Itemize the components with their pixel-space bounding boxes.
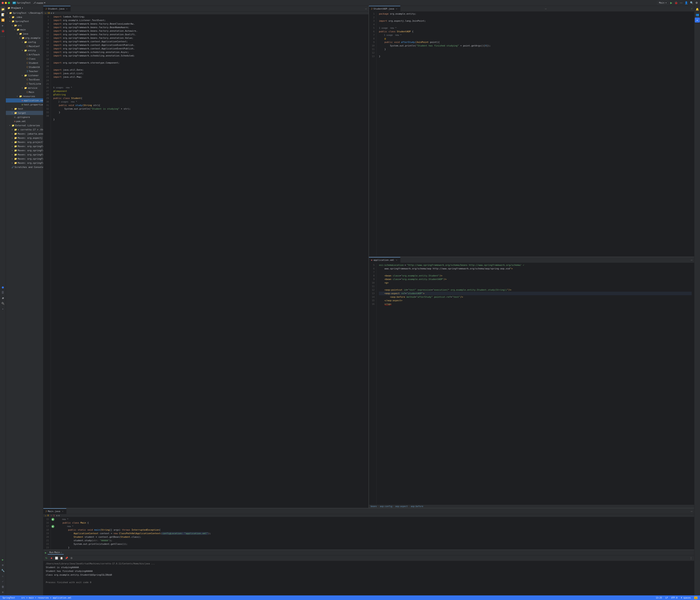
sidebar-terminal-icon[interactable]: ⊞ — [0, 562, 5, 568]
tree-item-target[interactable]: ▸📁target — [6, 111, 43, 115]
tree-item-listener[interactable]: ▾📁listener — [6, 73, 43, 77]
status-project[interactable]: SpringTest — [2, 595, 16, 600]
tree-item-springtest-module[interactable]: ▾📁SpringTest — [6, 19, 43, 23]
profile-button[interactable]: 👤 — [684, 1, 688, 5]
sidebar-todo-icon[interactable]: ✓ — [0, 579, 5, 584]
sidebar-services-icon[interactable]: 🔧 — [0, 568, 5, 573]
xml-tab-more[interactable]: ⋯ — [689, 258, 694, 262]
tree-item-springframework5[interactable]: ▸📁Maven: org.springframework. — [6, 161, 43, 165]
status-breadcrumb[interactable]: src > main > resources > application.xml — [20, 595, 72, 600]
tree-item-springtest-root[interactable]: ▾📁SpringTest ~/Desktop/CS/... — [6, 11, 43, 15]
tree-item-test[interactable]: ▸📁test — [6, 107, 43, 111]
run-stop-button[interactable]: ■ — [49, 556, 54, 560]
sidebar-bottom-icon[interactable]: ⊕ — [0, 590, 5, 595]
tree-item-idea[interactable]: ▸📁.idea — [6, 15, 43, 19]
tree-item-entity[interactable]: ▾📁entity — [6, 48, 43, 52]
debug-button[interactable]: 🐞 — [674, 1, 678, 5]
tree-item-applicationxml[interactable]: ⊛application.xml — [6, 98, 43, 102]
sidebar-bottom-run-icon[interactable]: ▶ — [0, 557, 5, 562]
sidebar-db-icon[interactable]: 🗄 — [0, 290, 5, 295]
xml-editor-content[interactable]: 5 6 7 8 9 10 11 12 13 14 — [369, 263, 694, 505]
run-rerun-button[interactable]: ↻ — [44, 556, 49, 560]
tab-student-java[interactable]: J Student.java × — [43, 6, 71, 12]
sidebar-ai-icon[interactable]: ✦ — [0, 306, 5, 311]
tree-item-springframework2[interactable]: ▸📁Maven: org.springframework. — [6, 148, 43, 152]
tree-item-artteach[interactable]: CArtTeach — [6, 52, 43, 57]
tree-item-student[interactable]: CStudent — [6, 61, 43, 65]
student-editor-content[interactable]: 6 7 8 9 10 11 12 13 14 15 16 — [43, 15, 369, 508]
xml-bc-aopbefore[interactable]: aop:before — [411, 505, 423, 507]
run-pin[interactable]: 📌 — [64, 556, 69, 560]
tree-item-testprops[interactable]: ⊞test.properties — [6, 102, 43, 107]
tab-studentaop[interactable]: J StudentAOP.java × — [369, 6, 400, 12]
tree-item-org-example[interactable]: ▾📁org.example — [6, 36, 43, 40]
tree-item-projectlombo[interactable]: ▸📁Maven: org.projectlombo — [6, 140, 43, 144]
run-more[interactable]: ⋮ — [689, 556, 693, 560]
tree-item-springframework4[interactable]: ▸📁Maven: org.springframework. — [6, 157, 43, 161]
sidebar-delete-icon[interactable]: 🗑 — [0, 584, 5, 589]
tree-item-src[interactable]: ▾📂src — [6, 23, 43, 27]
sidebar-project-icon[interactable]: 📁 — [0, 7, 5, 12]
sidebar-m-icon[interactable]: m — [0, 295, 5, 301]
tree-item-main[interactable]: ▾📁main — [6, 27, 43, 32]
aop-editor-content[interactable]: 1 2 3 4 5 6 7 8 9 10 — [369, 12, 694, 257]
main-nav-down[interactable]: ∨ — [58, 514, 59, 517]
settings-button[interactable]: ⚙ — [695, 1, 698, 5]
tree-item-class[interactable]: CClass — [6, 57, 43, 61]
tree-item-mainconfig[interactable]: CMainConf — [6, 44, 43, 48]
tree-item-main-class[interactable]: CMain — [6, 90, 43, 94]
sidebar-more-icon[interactable]: ··· — [0, 34, 5, 39]
tree-item-service[interactable]: ▾📁service — [6, 86, 43, 90]
tree-item-jakarta[interactable]: ▸📁Maven: jakarta.annotatio — [6, 132, 43, 136]
status-encoding[interactable]: UTF-8 — [670, 595, 678, 600]
sidebar-vcs-icon[interactable]: 🔀 — [0, 18, 5, 23]
main-nav-up[interactable]: ∧ — [56, 514, 57, 517]
run-tab-close[interactable]: × — [61, 551, 62, 554]
status-indent[interactable]: 4 spaces — [680, 595, 692, 600]
status-warnings[interactable]: ⚠ — [693, 595, 698, 600]
tree-item-external-libs[interactable]: ▾📁External Libraries — [6, 123, 43, 127]
right-users[interactable]: 👥 — [695, 12, 700, 17]
run-settings[interactable]: ⚙ — [69, 556, 74, 560]
tree-item-java[interactable]: ▾📁java — [6, 32, 43, 36]
tree-item-studentA[interactable]: CStudentA — [6, 65, 43, 69]
tree-item-config[interactable]: ▾📁config — [6, 40, 43, 44]
tab-student-java-close[interactable]: × — [66, 7, 68, 10]
sidebar-run-icon[interactable]: ▶ — [0, 23, 5, 28]
tree-item-resources[interactable]: ▾📁resources — [6, 94, 43, 98]
sidebar-plugins-icon[interactable]: 🔌 — [0, 301, 5, 306]
minimize-button[interactable] — [5, 2, 7, 4]
sidebar-problems-icon[interactable]: ⚠ — [0, 573, 5, 578]
tree-item-aspectj[interactable]: ▸📁Maven: org.aspectj:aspe — [6, 136, 43, 140]
tab-main-java[interactable]: J Main.java × — [43, 508, 67, 514]
main-editor-content[interactable]: 15 16 17 18 19 20 21 22 23 ▶ — [43, 517, 694, 550]
tab-appxml-close[interactable]: × — [395, 259, 398, 262]
run-config-selector[interactable]: Main ▾ — [657, 1, 669, 5]
sidebar-debug-icon[interactable]: 🐞 — [0, 28, 5, 33]
tree-item-testliste[interactable]: CTestListe — [6, 82, 43, 86]
branch-button[interactable]: ⎇ master ▾ — [32, 1, 47, 5]
student-nav-down[interactable]: ∨ — [53, 12, 54, 14]
right-ai[interactable]: ✦ — [695, 18, 700, 23]
run-step-over[interactable]: ⬜ — [54, 556, 59, 560]
more-run-options[interactable]: ⋯ — [679, 1, 683, 5]
tree-item-testeven[interactable]: CTestEven — [6, 77, 43, 82]
student-nav-up[interactable]: ∧ — [51, 12, 52, 14]
right-notifications[interactable]: 🔔 — [695, 7, 700, 12]
main-tab-more[interactable]: ⋯ — [689, 510, 694, 513]
xml-bc-aopconfig[interactable]: aop:config — [380, 505, 392, 507]
student-tab-more[interactable]: ⋯ — [364, 7, 369, 10]
tree-item-gitignore[interactable]: ⊟.gitignore — [6, 115, 43, 119]
tree-item-corretto[interactable]: ▸📁< corretto-17 > /Users/e — [6, 127, 43, 132]
search-button[interactable]: 🔍 — [690, 1, 694, 5]
xml-bc-aopaspect[interactable]: aop:aspect — [395, 505, 408, 507]
tree-item-springframework1[interactable]: ▸📁Maven: org.springframework. — [6, 144, 43, 148]
status-cursor[interactable]: 13:25 — [655, 595, 663, 600]
run-gutter-17[interactable]: ▶ — [51, 525, 54, 528]
run-show-coverage[interactable]: 📋 — [59, 556, 64, 560]
tree-item-pomxml[interactable]: mpom.xml — [6, 119, 43, 123]
xml-bc-beans[interactable]: beans — [371, 505, 377, 507]
tree-item-springframework3[interactable]: ▸📁Maven: org.springframework. — [6, 152, 43, 157]
tree-item-scratches[interactable]: 🖊Scratches and Consoles — [6, 165, 43, 169]
sidebar-notifications-icon[interactable]: ● — [0, 285, 5, 290]
